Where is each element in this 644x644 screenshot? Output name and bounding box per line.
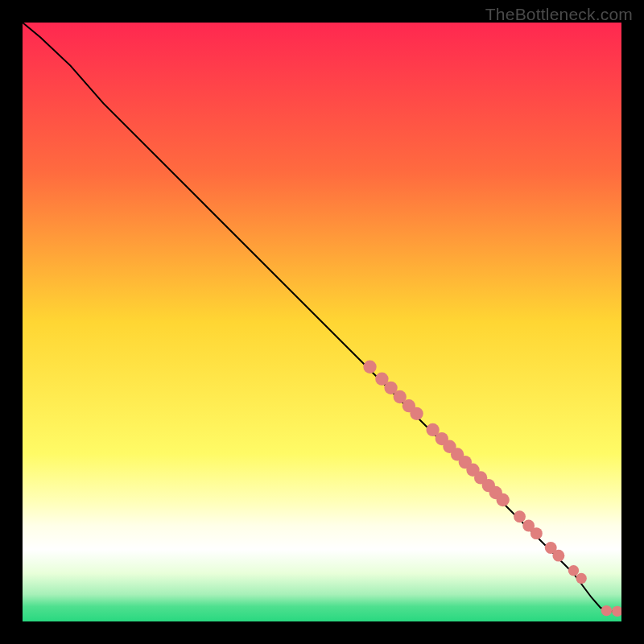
data-marker bbox=[530, 527, 543, 539]
data-marker bbox=[497, 493, 510, 506]
data-marker bbox=[363, 361, 376, 374]
data-marker bbox=[552, 550, 564, 562]
data-marker bbox=[601, 605, 612, 616]
chart-svg bbox=[23, 23, 621, 621]
data-marker bbox=[576, 573, 586, 584]
data-marker bbox=[568, 565, 579, 576]
watermark-text: TheBottleneck.com bbox=[485, 5, 633, 24]
data-marker bbox=[514, 510, 526, 522]
data-marker bbox=[410, 407, 423, 420]
chart-stage: TheBottleneck.com bbox=[0, 0, 644, 644]
